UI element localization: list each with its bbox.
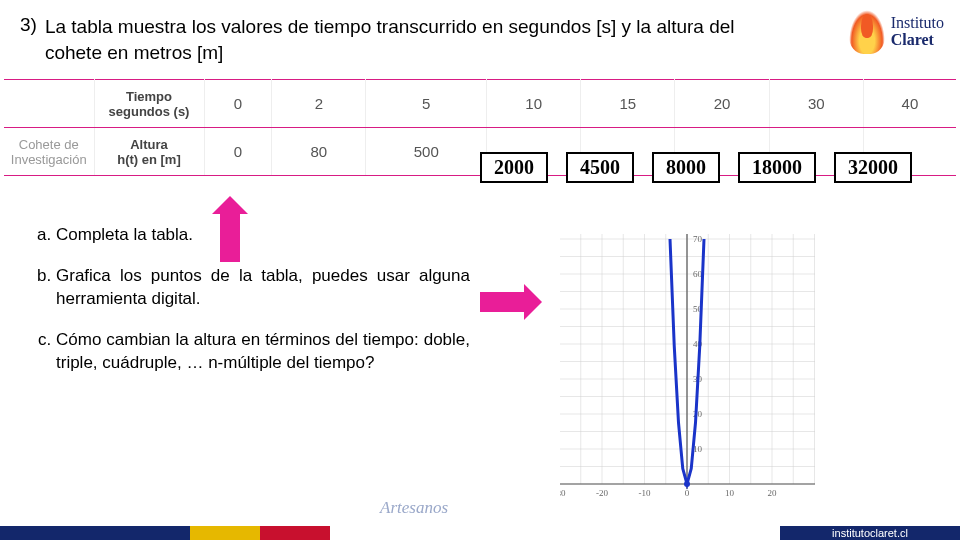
task-list: Completa la tabla. Grafica los puntos de…: [30, 224, 470, 393]
time-cell: 20: [675, 80, 769, 128]
logo-line2: Claret: [891, 32, 944, 49]
time-cell: 2: [272, 80, 366, 128]
height-cell: 80: [272, 128, 366, 176]
task-a: Completa la tabla.: [56, 224, 470, 247]
svg-text:0: 0: [685, 488, 690, 498]
row-label-a: [4, 80, 94, 128]
svg-text:20: 20: [768, 488, 778, 498]
row-label-b: Cohete de Investigación: [4, 128, 94, 176]
answer-box: 8000: [652, 152, 720, 183]
svg-text:-20: -20: [596, 488, 608, 498]
height-cell: 500: [366, 128, 487, 176]
question-text: La tabla muestra los valores de tiempo t…: [45, 14, 785, 65]
chart-vertex: [684, 481, 690, 487]
task-b: Grafica los puntos de la tabla, puedes u…: [56, 265, 470, 311]
artesanos-watermark: Artesanos: [380, 498, 448, 518]
height-cell: 0: [204, 128, 272, 176]
arrow-right-icon: [480, 292, 528, 312]
logo-line1: Instituto: [891, 15, 944, 32]
time-cell: 15: [581, 80, 675, 128]
answer-row: 2000 4500 8000 18000 32000: [480, 152, 912, 183]
svg-text:70: 70: [693, 234, 703, 244]
parabola-chart: -30-20-100102010203040506070: [560, 234, 815, 504]
chart-ticks: -30-20-100102010203040506070: [560, 234, 777, 498]
svg-text:10: 10: [725, 488, 735, 498]
question-number: 3): [20, 14, 37, 36]
height-header: Altura h(t) en [m]: [94, 128, 204, 176]
answer-box: 4500: [566, 152, 634, 183]
time-cell: 10: [487, 80, 581, 128]
svg-text:-30: -30: [560, 488, 566, 498]
school-logo: Instituto Claret: [849, 10, 944, 54]
time-header: Tiempo segundos (s): [94, 80, 204, 128]
time-cell: 5: [366, 80, 487, 128]
flame-icon: [849, 10, 885, 54]
time-cell: 0: [204, 80, 272, 128]
time-cell: 30: [769, 80, 863, 128]
answer-box: 18000: [738, 152, 816, 183]
answer-box: 2000: [480, 152, 548, 183]
table-row-time: Tiempo segundos (s) 0 2 5 10 15 20 30 40: [4, 80, 956, 128]
task-c: Cómo cambian la altura en términos del t…: [56, 329, 470, 375]
time-cell: 40: [863, 80, 956, 128]
answer-box: 32000: [834, 152, 912, 183]
svg-text:-10: -10: [639, 488, 651, 498]
footer-stripe: institutoclaret.cl: [0, 526, 960, 540]
footer-url: institutoclaret.cl: [780, 526, 960, 540]
